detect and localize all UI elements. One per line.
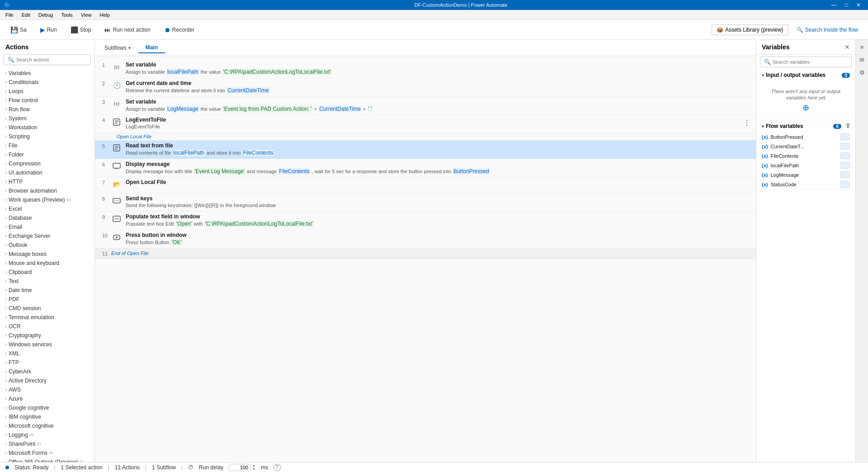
sidebar-item-sharepoint[interactable]: › SharePoint 🏷 bbox=[0, 439, 94, 448]
main-tab[interactable]: Main bbox=[138, 42, 165, 53]
sidebar-item-azure[interactable]: › Azure bbox=[0, 394, 94, 403]
end-group-step[interactable]: 11 End of Open File bbox=[95, 248, 756, 259]
flow-step-7[interactable]: 7 📂 Open Local File bbox=[95, 177, 756, 194]
menu-tools[interactable]: Tools bbox=[57, 11, 76, 19]
sidebar-toggle-button[interactable]: ≡ bbox=[857, 42, 868, 52]
flow-step-3[interactable]: 3 (x) Set variable Assign to variable Lo… bbox=[95, 97, 756, 115]
sidebar-item-email[interactable]: › Email bbox=[0, 222, 94, 231]
restore-btn[interactable]: □ bbox=[841, 2, 852, 8]
filter-icon[interactable]: ⊽ bbox=[846, 123, 850, 129]
run-delay-input[interactable] bbox=[229, 464, 250, 471]
sidebar-item-clipboard[interactable]: › Clipboard bbox=[0, 268, 94, 277]
flow-step-10[interactable]: 10 Press button in window Press button B… bbox=[95, 230, 756, 249]
sidebar-item-system[interactable]: › System bbox=[0, 114, 94, 123]
email-icon[interactable]: ✉ bbox=[857, 54, 868, 65]
sidebar-item-http[interactable]: › HTTP bbox=[0, 177, 94, 186]
run-button[interactable]: ▶ Run bbox=[35, 24, 62, 36]
minimize-btn[interactable]: — bbox=[828, 2, 840, 8]
open-local-file-group-label: Open Local File bbox=[95, 133, 756, 141]
flow-var-logmessage[interactable]: (x) LogMessage bbox=[756, 170, 855, 179]
sidebar-item-office365_outlook[interactable]: › Office 365 Outlook (Preview) 🏷 bbox=[0, 458, 94, 462]
flow-step-1[interactable]: 1 (x) Set variable Assign to variable lo… bbox=[95, 60, 756, 78]
delay-down-arrow[interactable]: ▼ bbox=[252, 467, 255, 471]
subflows-tab[interactable]: Subflows ▾ bbox=[99, 42, 137, 53]
sidebar-item-folder[interactable]: › Folder bbox=[0, 150, 94, 159]
flow-step-5[interactable]: 5 Read text from file Read contents of f… bbox=[95, 141, 756, 159]
sidebar-item-ftp[interactable]: › FTP bbox=[0, 358, 94, 367]
flow-var-currentdatet-[interactable]: (x) CurrentDateT... bbox=[756, 142, 855, 151]
variables-close-button[interactable]: ✕ bbox=[844, 43, 850, 51]
sidebar-item-active_directory[interactable]: › Active Directory bbox=[0, 376, 94, 385]
sidebar-item-microsoft_cognitive[interactable]: › Microsoft cognitive bbox=[0, 421, 94, 430]
flow-step-2[interactable]: 2 🕐 Get current date and time Retrieve t… bbox=[95, 78, 756, 97]
menu-debug[interactable]: Debug bbox=[35, 11, 57, 19]
step-description: LogEventToFile bbox=[126, 123, 749, 130]
add-input-output-button[interactable]: ⊕ bbox=[802, 103, 809, 112]
sidebar-item-cmd_session[interactable]: › CMD session bbox=[0, 304, 94, 313]
sidebar-item-database[interactable]: › Database bbox=[0, 213, 94, 222]
flow-step-8[interactable]: 8 Send keys Send the following keystroke… bbox=[95, 194, 756, 211]
sidebar-item-ui_automation[interactable]: › UI automation bbox=[0, 168, 94, 177]
flow-step-4[interactable]: 4 LogEventToFile LogEventToFile ⋮ bbox=[95, 115, 756, 132]
flow-variables-header[interactable]: ▾ Flow variables 6 ⊽ bbox=[756, 120, 855, 132]
menu-edit[interactable]: Edit bbox=[18, 11, 34, 19]
sidebar-item-workstation[interactable]: › Workstation bbox=[0, 123, 94, 132]
sidebar-item-excel[interactable]: › Excel bbox=[0, 204, 94, 213]
assets-library-button[interactable]: 📦 Assets Library (preview) bbox=[712, 24, 788, 35]
sidebar-item-terminal_emulation[interactable]: › Terminal emulation bbox=[0, 313, 94, 322]
sidebar-item-conditionals[interactable]: › Conditionals bbox=[0, 78, 94, 87]
sidebar-item-aws[interactable]: › AWS bbox=[0, 385, 94, 394]
input-output-header[interactable]: ▾ Input / output variables 0 bbox=[756, 69, 855, 81]
delay-up-arrow[interactable]: ▲ bbox=[252, 464, 255, 467]
sidebar-item-work_queues[interactable]: › Work queues (Preview) 🏷 bbox=[0, 195, 94, 204]
flow-var-localfilepath[interactable]: (x) localFilePath bbox=[756, 160, 855, 170]
flow-var-statuscode[interactable]: (x) StatusCode bbox=[756, 179, 855, 189]
search-actions-input[interactable] bbox=[16, 57, 87, 62]
sidebar-item-microsoft_forms[interactable]: › Microsoft Forms 🏷 bbox=[0, 448, 94, 458]
next-action-button[interactable]: ⏭ Run next action bbox=[99, 24, 155, 36]
sidebar-item-compression[interactable]: › Compression bbox=[0, 159, 94, 168]
sidebar-item-logging[interactable]: › Logging 🏷 bbox=[0, 430, 94, 439]
flow-var-filecontents[interactable]: (x) FileContents bbox=[756, 151, 855, 160]
sidebar-item-ibm_cognitive[interactable]: › IBM cognitive bbox=[0, 412, 94, 421]
menu-view[interactable]: View bbox=[77, 11, 95, 19]
sidebar-item-run_flow[interactable]: › Run flow bbox=[0, 105, 94, 114]
sidebar-item-datetime[interactable]: › Date time bbox=[0, 286, 94, 295]
sidebar-item-exchange_server[interactable]: › Exchange Server bbox=[0, 231, 94, 241]
sidebar-item-file[interactable]: › File bbox=[0, 141, 94, 150]
sidebar-item-scripting[interactable]: › Scripting bbox=[0, 132, 94, 141]
flow-step-9[interactable]: 9 Populate text field in window Populate… bbox=[95, 212, 756, 230]
flow-step-6[interactable]: 6 Display message Display message box wi… bbox=[95, 159, 756, 178]
menu-help[interactable]: Help bbox=[96, 11, 113, 19]
sidebar-item-loops[interactable]: › Loops bbox=[0, 87, 94, 96]
actions-search-box[interactable]: 🔍 bbox=[4, 54, 91, 65]
recorder-button[interactable]: ⏺ Recorder bbox=[159, 24, 199, 36]
sidebar-item-ocr[interactable]: › OCR bbox=[0, 322, 94, 331]
delay-spinner[interactable]: ▲ ▼ bbox=[252, 464, 255, 471]
search-flow-button[interactable]: 🔍 Search inside the flow bbox=[792, 25, 863, 35]
sidebar-item-flow_control[interactable]: › Flow control bbox=[0, 96, 94, 105]
sidebar-item-xml[interactable]: › XML bbox=[0, 349, 94, 358]
selected-count: 1 Selected action bbox=[61, 464, 103, 471]
sidebar-item-pdf[interactable]: › PDF bbox=[0, 295, 94, 304]
sidebar-item-variables[interactable]: › Variables bbox=[0, 69, 94, 78]
step-more-button[interactable]: ⋮ bbox=[743, 118, 750, 127]
sidebar-item-outlook[interactable]: › Outlook bbox=[0, 241, 94, 250]
help-icon[interactable]: ? bbox=[274, 464, 281, 471]
save-button[interactable]: 💾 Sa bbox=[5, 24, 32, 36]
close-btn[interactable]: ✕ bbox=[853, 2, 864, 8]
settings-icon[interactable]: ⚙ bbox=[857, 67, 868, 78]
sidebar-item-windows_services[interactable]: › Windows services bbox=[0, 340, 94, 349]
sidebar-item-browser_automation[interactable]: › Browser automation bbox=[0, 186, 94, 195]
flow-var-buttonpressed[interactable]: (x) ButtonPressed bbox=[756, 132, 855, 142]
sidebar-item-google_cognitive[interactable]: › Google cognitive bbox=[0, 403, 94, 412]
sidebar-item-text[interactable]: › Text bbox=[0, 277, 94, 286]
sidebar-item-message_boxes[interactable]: › Message boxes bbox=[0, 250, 94, 259]
variables-search-box[interactable]: 🔍 bbox=[760, 57, 852, 67]
sidebar-item-cryptography[interactable]: › Cryptography bbox=[0, 331, 94, 340]
search-variables-input[interactable] bbox=[773, 59, 848, 65]
sidebar-item-mouse_keyboard[interactable]: › Mouse and keyboard bbox=[0, 259, 94, 268]
menu-file[interactable]: File bbox=[2, 11, 17, 19]
sidebar-item-cyberark[interactable]: › CyberArk bbox=[0, 367, 94, 376]
stop-button[interactable]: ⬛ Stop bbox=[66, 24, 96, 36]
